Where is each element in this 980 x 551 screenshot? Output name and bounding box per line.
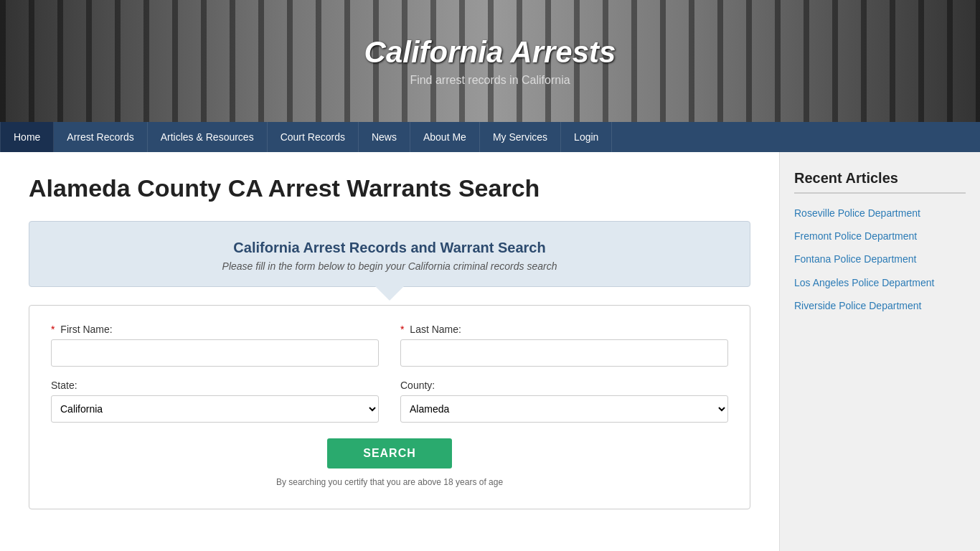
name-row: * First Name: * Last Name: xyxy=(51,324,728,367)
main-nav: Home Arrest Records Articles & Resources… xyxy=(0,122,980,152)
sidebar: Recent Articles Roseville Police Departm… xyxy=(779,152,980,551)
site-header: California Arrests Find arrest records i… xyxy=(0,0,980,122)
content-wrapper: Alameda County CA Arrest Warrants Search… xyxy=(0,152,980,551)
nav-about-me[interactable]: About Me xyxy=(410,122,480,152)
search-form: * First Name: * Last Name: State: xyxy=(29,305,750,509)
search-banner: California Arrest Records and Warrant Se… xyxy=(29,221,750,287)
first-name-required: * xyxy=(51,324,55,335)
header-text: California Arrests Find arrest records i… xyxy=(364,35,616,87)
site-title: California Arrests xyxy=(364,35,616,70)
nav-court-records[interactable]: Court Records xyxy=(268,122,359,152)
nav-news[interactable]: News xyxy=(359,122,410,152)
first-name-label: * First Name: xyxy=(51,324,379,335)
site-subtitle: Find arrest records in California xyxy=(364,74,616,87)
last-name-required: * xyxy=(400,324,404,335)
state-label: State: xyxy=(51,380,379,391)
last-name-label: * Last Name: xyxy=(400,324,728,335)
last-name-group: * Last Name: xyxy=(400,324,728,367)
search-btn-row: SEARCH xyxy=(51,438,728,468)
main-content: Alameda County CA Arrest Warrants Search… xyxy=(0,152,779,551)
search-banner-subtitle: Please fill in the form below to begin y… xyxy=(51,260,728,272)
page-title: Alameda County CA Arrest Warrants Search xyxy=(29,174,750,203)
nav-arrest-records[interactable]: Arrest Records xyxy=(54,122,147,152)
sidebar-article-2[interactable]: Fontana Police Department xyxy=(794,253,966,265)
sidebar-article-1[interactable]: Fremont Police Department xyxy=(794,230,966,242)
county-select[interactable]: Alameda Alpine Amador Butte Calaveras Co… xyxy=(400,395,728,423)
first-name-group: * First Name: xyxy=(51,324,379,367)
county-label: County: xyxy=(400,380,728,391)
state-group: State: California Alabama Alaska Arizona… xyxy=(51,380,379,423)
sidebar-article-3[interactable]: Los Angeles Police Department xyxy=(794,276,966,289)
first-name-input[interactable] xyxy=(51,339,379,367)
sidebar-title: Recent Articles xyxy=(794,170,966,194)
nav-my-services[interactable]: My Services xyxy=(480,122,561,152)
search-disclaimer: By searching you certify that you are ab… xyxy=(51,477,728,487)
location-row: State: California Alabama Alaska Arizona… xyxy=(51,380,728,423)
search-banner-title: California Arrest Records and Warrant Se… xyxy=(51,240,728,256)
search-button[interactable]: SEARCH xyxy=(327,438,452,468)
last-name-input[interactable] xyxy=(400,339,728,367)
state-select[interactable]: California Alabama Alaska Arizona Arkans… xyxy=(51,395,379,423)
nav-articles[interactable]: Articles & Resources xyxy=(148,122,268,152)
county-group: County: Alameda Alpine Amador Butte Cala… xyxy=(400,380,728,423)
nav-login[interactable]: Login xyxy=(561,122,612,152)
sidebar-article-4[interactable]: Riverside Police Department xyxy=(794,299,966,312)
nav-home[interactable]: Home xyxy=(0,122,54,152)
sidebar-article-0[interactable]: Roseville Police Department xyxy=(794,207,966,220)
